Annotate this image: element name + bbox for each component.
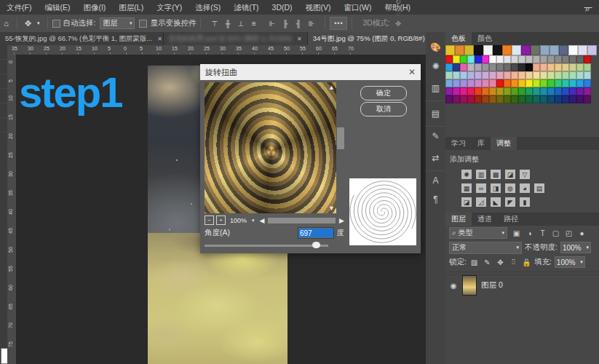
- color-swatch[interactable]: [521, 45, 531, 55]
- distribute-button-3[interactable]: ⊪: [306, 18, 317, 29]
- color-swatch[interactable]: [584, 95, 591, 103]
- color-swatch[interactable]: [531, 45, 540, 55]
- tool-slot[interactable]: [0, 74, 7, 89]
- preview-scroll-up-icon[interactable]: ▲: [328, 84, 335, 91]
- color-swatch[interactable]: [576, 55, 584, 63]
- align-button-1[interactable]: ╫: [222, 18, 233, 29]
- color-swatch[interactable]: [511, 55, 518, 63]
- scrollbar-thumb[interactable]: [337, 127, 344, 149]
- color-swatch[interactable]: [533, 79, 540, 87]
- color-swatch[interactable]: [489, 87, 496, 95]
- color-swatch[interactable]: [474, 45, 483, 55]
- color-swatch[interactable]: [475, 55, 482, 63]
- color-swatch[interactable]: [504, 79, 511, 87]
- color-swatch[interactable]: [453, 71, 460, 79]
- zoom-chevron-down-icon[interactable]: ▾: [252, 218, 255, 223]
- color-swatch[interactable]: [562, 55, 569, 63]
- color-swatch[interactable]: [489, 79, 496, 87]
- color-swatch[interactable]: [547, 63, 555, 71]
- photo-filter-icon[interactable]: ◍: [505, 183, 515, 193]
- menu-item-6[interactable]: 滤镜(T): [227, 0, 265, 15]
- distribute-button-0[interactable]: ⊩: [266, 18, 277, 29]
- hue-saturation-icon[interactable]: ▦: [461, 183, 472, 193]
- color-swatch[interactable]: [547, 55, 555, 63]
- more-options-button[interactable]: •••: [330, 17, 347, 30]
- layers-tab-2[interactable]: 路径: [498, 213, 524, 226]
- color-swatch[interactable]: [453, 87, 460, 95]
- 3d-mode-icon-0[interactable]: ↻: [393, 0, 404, 7]
- color-swatch[interactable]: [547, 79, 555, 87]
- color-swatch[interactable]: [489, 95, 496, 103]
- color-swatch[interactable]: [482, 95, 489, 103]
- menu-item-8[interactable]: 视图(V): [299, 0, 338, 15]
- color-swatch[interactable]: [569, 63, 576, 71]
- character-panel-icon[interactable]: A: [426, 171, 445, 190]
- align-button-3[interactable]: ≡: [248, 18, 259, 29]
- adjustments-tab-0[interactable]: 学习: [445, 137, 472, 150]
- swatches-tab-0[interactable]: 色板: [445, 32, 472, 45]
- color-swatch[interactable]: [578, 45, 587, 55]
- layers-tab-0[interactable]: 图层: [445, 213, 472, 226]
- tools-panel[interactable]: [0, 45, 7, 364]
- color-swatch[interactable]: [584, 55, 591, 63]
- color-swatch[interactable]: [569, 79, 576, 87]
- auto-select-checkbox[interactable]: [52, 20, 60, 28]
- tool-slot[interactable]: [0, 45, 7, 60]
- color-swatch[interactable]: [540, 45, 550, 55]
- filter-toggle-icon[interactable]: ●: [577, 229, 587, 238]
- home-icon[interactable]: ⌂: [0, 17, 12, 30]
- color-swatch[interactable]: [445, 55, 453, 63]
- color-swatch[interactable]: [525, 95, 533, 103]
- color-swatch[interactable]: [555, 55, 562, 63]
- color-swatch[interactable]: [504, 63, 511, 71]
- filter-shape-icon[interactable]: ▢: [551, 229, 560, 238]
- color-swatch[interactable]: [569, 71, 576, 79]
- selective-color-icon[interactable]: ▮: [520, 197, 530, 207]
- color-swatch[interactable]: [533, 87, 540, 95]
- filter-type-icon[interactable]: T: [538, 229, 547, 238]
- color-swatch[interactable]: [502, 45, 512, 55]
- color-swatch[interactable]: [540, 95, 547, 103]
- color-swatch[interactable]: [540, 79, 547, 87]
- lock-artboard-nesting-icon[interactable]: ⌷: [509, 258, 518, 267]
- color-swatch[interactable]: [489, 71, 496, 79]
- color-swatch[interactable]: [467, 95, 475, 103]
- preview-horizontal-scrollbar[interactable]: [268, 218, 336, 223]
- color-swatch[interactable]: [569, 55, 576, 63]
- color-swatch[interactable]: [576, 63, 584, 71]
- show-transform-controls-checkbox[interactable]: [139, 20, 147, 28]
- dialog-preview[interactable]: ▲ ▼: [205, 82, 336, 213]
- preview-scroll-right-icon[interactable]: ▶: [339, 217, 344, 224]
- color-swatch[interactable]: [525, 79, 533, 87]
- color-swatch[interactable]: [512, 45, 521, 55]
- lock-all-icon[interactable]: 🔒: [522, 258, 531, 267]
- color-swatch[interactable]: [475, 87, 482, 95]
- color-lookup-icon[interactable]: ▤: [534, 183, 544, 193]
- color-swatch[interactable]: [460, 87, 467, 95]
- color-swatch[interactable]: [518, 79, 525, 87]
- color-swatch[interactable]: [455, 45, 464, 55]
- color-swatch[interactable]: [460, 79, 467, 87]
- color-swatch[interactable]: [483, 45, 493, 55]
- document-tab-1[interactable]: 彩色的风景.psd @ 50% (图层 3, RGB/8)✕: [164, 32, 308, 45]
- color-swatch[interactable]: [489, 55, 496, 63]
- slider-track[interactable]: [205, 245, 328, 247]
- color-swatch[interactable]: [496, 63, 504, 71]
- 3d-mode-icon-2[interactable]: ✥: [393, 18, 404, 29]
- exposure-icon[interactable]: ◪: [505, 170, 515, 179]
- color-swatch[interactable]: [489, 63, 496, 71]
- blend-mode-select[interactable]: 正常 ▾: [449, 242, 522, 254]
- brush-presets-icon[interactable]: ✎: [426, 127, 445, 146]
- brush-settings-icon[interactable]: ⇄: [426, 146, 445, 171]
- document-tab-0[interactable]: 55-恢复的.jpg @ 66.7% (色彩平衡 1, 图层蒙版...✕: [0, 32, 164, 45]
- align-button-2[interactable]: ⊥: [235, 18, 246, 29]
- threshold-icon[interactable]: ◣: [491, 197, 501, 207]
- preview-scroll-down-icon[interactable]: ▼: [328, 205, 335, 212]
- color-swatch[interactable]: [540, 63, 547, 71]
- color-swatch[interactable]: [511, 79, 518, 87]
- color-swatch[interactable]: [467, 55, 475, 63]
- vibrance-icon[interactable]: ▽: [520, 170, 530, 179]
- filter-adjustment-icon[interactable]: ◑: [525, 229, 534, 238]
- menu-item-4[interactable]: 文字(Y): [150, 0, 189, 15]
- color-swatch[interactable]: [504, 87, 511, 95]
